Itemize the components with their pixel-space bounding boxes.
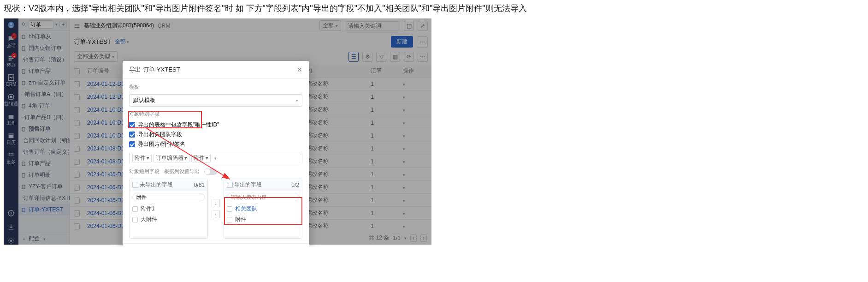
row-action[interactable]: ▾ <box>399 207 431 220</box>
toolbar-more-button[interactable]: ⋯ <box>417 36 428 48</box>
row-action[interactable]: ▾ <box>399 220 431 232</box>
sidebar-item[interactable]: hh订单从 <box>18 31 70 42</box>
rail-download[interactable] <box>7 223 15 231</box>
sidebar-search-input[interactable] <box>29 20 53 29</box>
tag-attachment2[interactable]: 附件 ▾ <box>191 154 211 162</box>
row-action[interactable]: ▾ <box>399 181 431 194</box>
row-action[interactable]: ▾ <box>399 103 431 116</box>
sidebar-item[interactable]: 预售订单 <box>18 123 70 135</box>
move-left-button[interactable]: ‹ <box>212 210 220 218</box>
svg-point-8 <box>11 155 12 156</box>
left-search-input[interactable] <box>132 193 205 201</box>
row-checkbox[interactable] <box>74 94 80 100</box>
topbar-thumb-icon[interactable]: ◫ <box>404 21 414 31</box>
template-select[interactable]: 默认模板▾ <box>129 94 302 107</box>
list-item[interactable]: 大附件 <box>132 215 205 224</box>
row-checkbox[interactable] <box>74 133 80 139</box>
row-checkbox[interactable] <box>74 210 80 216</box>
select-all-checkbox[interactable] <box>74 68 80 74</box>
refresh-icon[interactable]: ⟳ <box>404 52 414 62</box>
row-checkbox[interactable] <box>74 81 80 87</box>
biz-type-select[interactable]: 全部业务类型▾ <box>74 51 118 62</box>
list-item[interactable]: 附件1 <box>132 204 205 214</box>
page-title: 订单-YXTEST <box>74 38 111 46</box>
rail-help[interactable]: ? <box>7 210 15 217</box>
row-checkbox[interactable] <box>74 146 80 152</box>
rail-marketing[interactable]: 营销通 <box>4 93 18 106</box>
row-action[interactable]: ▾ <box>399 168 431 181</box>
row-action[interactable]: ▾ <box>399 116 431 129</box>
sidebar-add-button[interactable]: + <box>59 21 67 28</box>
checkbox-icon <box>129 141 135 147</box>
sidebar-item[interactable]: 销售订单A（四） <box>18 89 70 100</box>
chk-export-team[interactable]: 导出相关团队字段 <box>129 131 302 138</box>
sidebar-item[interactable]: 订单产品 <box>18 158 70 169</box>
tag-attachment[interactable]: 附件 ▾ <box>132 154 152 162</box>
pager-prev[interactable]: ‹ <box>410 234 417 242</box>
row-action[interactable]: ▾ <box>399 142 431 155</box>
row-action[interactable]: ▾ <box>399 129 431 142</box>
view-settings-icon[interactable]: ⚙ <box>362 52 372 62</box>
breadcrumb[interactable]: 基础业务组测试087(590064) <box>84 22 154 30</box>
sidebar-item[interactable]: 销售订单（自定义） <box>18 146 70 158</box>
rail-calendar[interactable]: 日历 <box>6 132 16 145</box>
row-checkbox[interactable] <box>74 198 80 204</box>
sidebar-item[interactable]: 订单明细 <box>18 169 70 181</box>
columns-icon[interactable]: ▥ <box>390 52 400 62</box>
more-icon[interactable]: ⋯ <box>418 52 428 62</box>
hamburger-icon[interactable] <box>74 23 80 29</box>
global-search-input[interactable] <box>345 21 400 30</box>
col-action[interactable]: 操作 <box>399 65 431 78</box>
tag-encoder[interactable]: 订单编码器 ▾ <box>154 154 189 162</box>
sidebar-item[interactable]: zm-自定义订单 <box>18 77 70 89</box>
rail-messages[interactable]: 1会话 <box>6 35 16 48</box>
rail-more[interactable]: 更多 <box>6 151 16 164</box>
row-action[interactable]: ▾ <box>399 155 431 168</box>
svg-point-13 <box>22 23 25 25</box>
rail-avatar[interactable] <box>7 21 15 29</box>
pager-next[interactable]: › <box>420 234 427 242</box>
sidebar-item[interactable]: 订单产品 <box>18 66 70 77</box>
rail-crm[interactable]: CRM <box>6 74 17 87</box>
row-checkbox[interactable] <box>74 107 80 113</box>
scope-dropdown[interactable]: 全部▾ <box>115 38 129 46</box>
panel-select-all[interactable] <box>227 182 233 188</box>
order-toggle[interactable] <box>204 168 217 175</box>
sidebar-item[interactable]: 4角-订单 <box>18 100 70 112</box>
row-action[interactable]: ▾ <box>399 90 431 103</box>
row-checkbox[interactable] <box>74 172 80 178</box>
row-checkbox[interactable] <box>74 159 80 165</box>
row-checkbox[interactable] <box>74 120 80 126</box>
rail-todo[interactable]: 1待办 <box>6 54 16 67</box>
new-button[interactable]: 新建 <box>391 36 413 48</box>
sidebar-item[interactable]: 销售订单（预设） <box>18 54 70 66</box>
topbar-scope-select[interactable]: 全部▾ <box>319 20 341 31</box>
move-right-button[interactable]: › <box>212 199 220 207</box>
row-action[interactable]: ▾ <box>399 78 431 90</box>
view-list-icon[interactable]: ☰ <box>348 52 359 62</box>
sidebar-config[interactable]: 配置▾ <box>18 233 70 245</box>
selected-fields-tags[interactable]: 附件 ▾ 订单编码器 ▾ 附件 ▾ ▾ <box>129 152 302 164</box>
svg-point-1 <box>10 23 12 25</box>
sidebar-item[interactable]: 合同回款计划（销售订单团队） <box>18 135 70 146</box>
topbar-expand-icon[interactable]: ⤢ <box>418 21 428 31</box>
svg-point-5 <box>11 153 12 154</box>
panel-select-all[interactable] <box>132 182 138 188</box>
help-icon: ? <box>7 210 15 217</box>
chk-export-image-attachment[interactable]: 导出图片/附件/签名 <box>129 140 302 148</box>
row-checkbox[interactable] <box>74 223 80 229</box>
row-action[interactable]: ▾ <box>399 194 431 207</box>
sidebar-item[interactable]: 订单-YXTEST <box>18 204 70 216</box>
sidebar-item[interactable]: 订单详情信息-YXTEST <box>18 192 70 204</box>
row-checkbox[interactable] <box>74 185 80 191</box>
sidebar-item[interactable]: YZY-客户订单 <box>18 181 70 192</box>
filter-icon[interactable]: ▽ <box>376 52 386 62</box>
rail-work[interactable]: 工作 <box>6 113 16 126</box>
close-icon[interactable]: ✕ <box>297 66 302 73</box>
sidebar-item[interactable]: 订单产品B（四） <box>18 112 70 123</box>
topbar: 基础业务组测试087(590064) CRM 全部▾ ◫ ⤢ <box>70 18 431 33</box>
sidebar-item[interactable]: 国内促销订单 <box>18 42 70 54</box>
rail-settings[interactable] <box>7 237 15 245</box>
col-rate[interactable]: 汇率 <box>367 65 399 78</box>
chevron-down-icon[interactable]: ▾ <box>55 22 58 27</box>
